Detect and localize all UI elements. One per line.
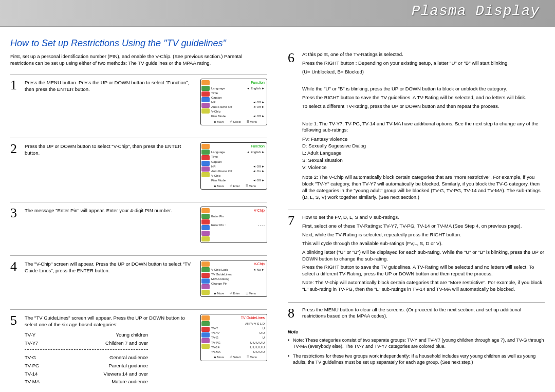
header-title: Plasma Display <box>412 3 540 19</box>
section-title: How to Set up Restrictions Using the "TV… <box>10 37 267 49</box>
step-text: Press the MENU button. Press the UP or D… <box>25 79 196 126</box>
content: How to Set up Restrictions Using the "TV… <box>0 27 555 392</box>
step-text: Press the MENU button to clear all the s… <box>302 307 545 322</box>
step-number: 8 <box>288 307 302 322</box>
step-number: 5 <box>10 314 25 328</box>
osd-screenshot-5: TV GuideLines All FV V S L D TV-YU TV-Y7… <box>200 314 267 386</box>
osd-screenshot-4: V-Chip V-Chip Lock◄ No ► TV GuideLines M… <box>200 260 267 297</box>
step-5: 5 The "TV GuideLines" screen will appear… <box>10 314 267 391</box>
left-column: How to Set up Restrictions Using the "TV… <box>10 37 267 392</box>
step-2: 2 Press the UP or DOWN button to select … <box>10 142 267 195</box>
step-7: 7 How to set the FV, D, L, S and V sub-r… <box>288 214 545 294</box>
step-text: At this point, one of the TV-Ratings is … <box>302 51 545 202</box>
rating-table: TV-YYoung children TV-Y7Children 7 and o… <box>25 331 148 386</box>
step-number: 2 <box>10 142 25 190</box>
osd-screenshot-2: Function Language◄ English ► Time Captio… <box>200 142 267 190</box>
note-item: The restrictions for these two groups wo… <box>288 353 545 365</box>
step-number: 7 <box>288 214 302 294</box>
step-8: 8 Press the MENU button to clear all the… <box>288 307 545 322</box>
step-text: The message "Enter Pin" will appear. Ent… <box>25 207 172 243</box>
osd-screenshot-3: V-Chip Enter Pin Enter Pin :- - - - <box>200 207 267 243</box>
sub-ratings-list: FV: Fantasy violence D: Sexually Sugessi… <box>302 136 545 171</box>
step-3: 3 The message "Enter Pin" will appear. E… <box>10 207 267 248</box>
step-1: 1 Press the MENU button. Press the UP or… <box>10 79 267 131</box>
intro-text: First, set up a personal identification … <box>10 53 267 67</box>
step-6: 6 At this point, one of the TV-Ratings i… <box>288 51 545 202</box>
header-bar: Plasma Display <box>0 0 555 27</box>
step-text: The "V-Chip" screen will appear. Press t… <box>25 260 196 297</box>
step-text: The "TV GuideLines" screen will appear. … <box>25 314 196 328</box>
step-text: How to set the FV, D, L, S and V sub-rat… <box>302 214 545 294</box>
step-number: 1 <box>10 79 25 126</box>
osd-screenshot-1: Function Language◄ English ► Time Captio… <box>200 79 267 126</box>
step-number: 3 <box>10 207 25 243</box>
note-block: Note Note: These categories consist of t… <box>288 329 545 365</box>
step-text: Press the UP or DOWN button to select "V… <box>25 142 196 190</box>
right-column: 6 At this point, one of the TV-Ratings i… <box>288 37 545 392</box>
step-number: 6 <box>288 51 302 202</box>
step-number: 4 <box>10 260 25 297</box>
note-heading: Note <box>288 329 545 335</box>
note-item: Note: These categories consist of two se… <box>288 337 545 349</box>
step-4: 4 The "V-Chip" screen will appear. Press… <box>10 260 267 302</box>
